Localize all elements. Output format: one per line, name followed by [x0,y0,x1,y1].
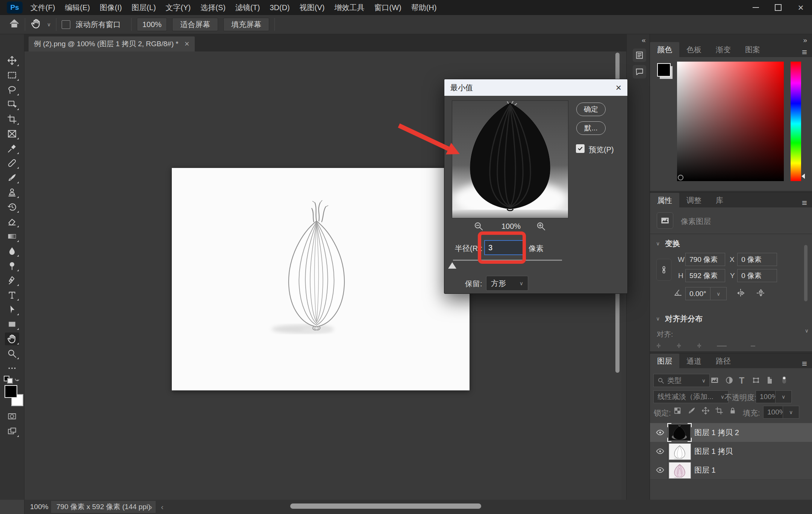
brush-tool[interactable] [5,171,19,184]
tab-color[interactable]: 颜色 [650,42,679,57]
tab-patterns[interactable]: 图案 [738,42,767,57]
zoom-tool[interactable] [5,347,19,360]
align-collapse-icon[interactable]: ∨ [656,316,660,322]
layer-row[interactable]: 图层 1 [650,461,812,480]
quick-mask-icon[interactable] [5,410,19,423]
color-fg-swatch[interactable] [657,63,671,77]
visibility-eye-icon[interactable] [655,428,665,439]
rectangle-tool[interactable] [5,318,19,331]
tab-layers[interactable]: 图层 [650,354,679,369]
marquee-tool[interactable] [5,69,19,82]
type-tool[interactable] [5,289,19,301]
width-input[interactable]: 790 像素 [685,253,725,266]
dodge-tool[interactable] [5,259,19,272]
lasso-tool[interactable] [5,83,19,96]
menu-window[interactable]: 窗口(W) [369,0,406,15]
layer-filter-dropdown[interactable]: 类型 ∨ [653,374,710,387]
clone-stamp-tool[interactable] [5,186,19,199]
lock-artboard-icon[interactable] [715,407,723,417]
document-canvas[interactable] [172,168,470,390]
menu-type[interactable]: 文字(Y) [161,0,196,15]
zoom-100-button[interactable]: 100% [137,18,167,31]
document-tab[interactable]: 例 (2).png @ 100% (图层 1 拷贝 2, RGB/8#) * × [29,36,195,51]
panel-menu-icon[interactable]: ≡ [802,50,807,54]
hand-tool[interactable] [5,333,19,345]
fill-screen-button[interactable]: 填充屏幕 [223,18,269,31]
filter-adjustment-layers-icon[interactable] [725,376,734,387]
lock-position-icon[interactable] [701,407,710,417]
status-chevron-left-icon[interactable]: ‹ [161,502,164,511]
color-picker-marker[interactable] [678,175,683,180]
default-button[interactable]: 默... [576,121,606,135]
frame-tool[interactable] [5,127,19,140]
layer-thumbnail[interactable] [669,425,690,440]
close-button[interactable]: × [789,0,812,15]
layer-name[interactable]: 图层 1 拷贝 2 [694,428,739,438]
fit-screen-button[interactable]: 适合屏幕 [172,18,218,31]
eyedropper-tool[interactable] [5,142,19,155]
menu-edit[interactable]: 编辑(E) [60,0,95,15]
filter-type-layers-icon[interactable]: T [739,376,744,386]
path-selection-tool[interactable] [5,303,19,316]
flip-horizontal-icon[interactable] [736,288,745,300]
visibility-eye-icon[interactable] [655,466,665,476]
saturation-brightness-field[interactable] [677,62,784,181]
canvas-horizontal-scrollbar[interactable] [290,503,481,509]
tab-swatches[interactable]: 色板 [679,42,709,57]
blend-mode-dropdown[interactable]: 线性减淡（添加... ∨ [653,390,729,403]
foreground-color-swatch[interactable] [5,385,17,398]
notes-panel-icon[interactable] [633,48,646,62]
preview-zoom-in-icon[interactable] [536,221,546,233]
preserve-dropdown[interactable]: 方形 ∨ [486,276,528,291]
layer-thumbnail[interactable] [669,443,691,460]
opacity-dropdown-icon[interactable]: ∨ [775,390,792,403]
swap-colors-icon[interactable] [3,374,21,383]
scroll-down-icon[interactable]: ∨ [805,328,809,334]
pen-tool[interactable] [5,274,19,287]
screen-mode-icon[interactable] [5,425,19,438]
layer-name[interactable]: 图层 1 [694,465,716,475]
height-input[interactable]: 592 像素 [685,269,725,282]
chevron-down-icon[interactable]: ∨ [47,21,51,27]
minimize-button[interactable] [744,0,767,15]
scroll-all-windows-checkbox[interactable] [62,20,70,29]
menu-layer[interactable]: 图层(L) [127,0,161,15]
filter-pixel-layers-icon[interactable] [710,376,719,387]
menu-plugins[interactable]: 增效工具 [329,0,369,15]
dialog-title-bar[interactable]: 最小值 × [444,79,627,96]
angle-dropdown-icon[interactable]: ∨ [710,287,727,300]
hue-slider-marker[interactable] [801,174,805,179]
visibility-eye-icon[interactable] [655,447,665,458]
fill-dropdown-icon[interactable]: ∨ [783,406,799,419]
crop-tool[interactable] [5,113,19,125]
x-input[interactable]: 0 像素 [737,253,777,266]
lock-all-icon[interactable] [729,407,737,417]
menu-view[interactable]: 视图(V) [295,0,330,15]
transform-collapse-icon[interactable]: ∨ [656,240,660,246]
gradient-tool[interactable] [5,230,19,243]
panel-menu-icon[interactable]: ≡ [802,362,807,366]
dock-collapse-icon[interactable]: « [642,36,646,44]
history-brush-tool[interactable] [5,201,19,213]
menu-image[interactable]: 图像(I) [95,0,127,15]
menu-help[interactable]: 帮助(H) [406,0,442,15]
filter-smart-objects-icon[interactable] [765,376,774,387]
edit-toolbar-icon[interactable] [5,362,19,375]
menu-3d[interactable]: 3D(D) [265,0,294,15]
eraser-tool[interactable] [5,215,19,228]
comments-panel-icon[interactable] [633,65,646,79]
y-input[interactable]: 0 像素 [737,269,777,282]
preview-checkbox[interactable] [576,144,585,153]
hand-tool-option-icon[interactable] [30,18,42,31]
menu-filter[interactable]: 滤镜(T) [230,0,265,15]
menu-file[interactable]: 文件(F) [26,0,60,15]
lock-pixels-icon[interactable] [688,407,696,417]
filter-preview-image[interactable] [452,100,568,218]
hue-slider[interactable] [791,62,801,181]
move-tool[interactable] [5,54,19,67]
radius-slider-thumb[interactable] [448,262,456,269]
filter-toggle-icon[interactable] [779,374,789,387]
filter-shape-layers-icon[interactable] [751,376,760,387]
healing-brush-tool[interactable] [5,157,19,169]
object-selection-tool[interactable] [5,98,19,111]
